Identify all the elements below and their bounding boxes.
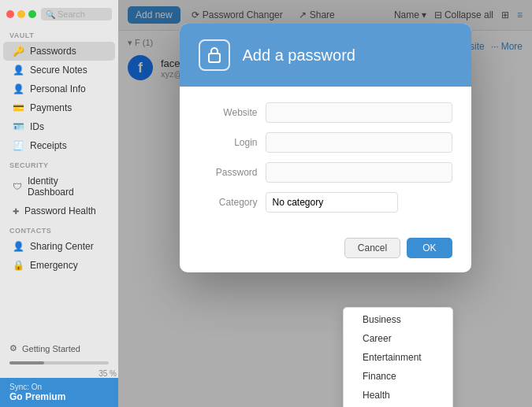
sidebar-item-label: Personal Info xyxy=(30,83,86,94)
svg-rect-0 xyxy=(209,54,220,62)
close-button[interactable] xyxy=(6,10,14,18)
sidebar-item-label: Emergency xyxy=(30,260,78,271)
maximize-button[interactable] xyxy=(28,10,36,18)
sidebar-item-label: IDs xyxy=(30,121,44,132)
progress-bar-fill xyxy=(9,361,44,364)
password-health-icon: ✚ xyxy=(13,207,19,216)
website-label: Website xyxy=(199,107,258,118)
sidebar-item-payments[interactable]: 💳 Payments xyxy=(3,98,115,117)
modal-title: Add a password xyxy=(243,46,355,65)
sidebar-item-password-health[interactable]: ✚ Password Health xyxy=(3,202,115,220)
category-dropdown: Business Career Entertainment Finance He… xyxy=(343,307,453,407)
passwords-icon: 🔑 xyxy=(13,46,24,57)
category-row: Category xyxy=(199,192,452,213)
ok-button[interactable]: OK xyxy=(407,238,452,258)
add-password-modal: Add a password Website Login Password Ca… xyxy=(180,24,471,272)
gear-icon: ⚙ xyxy=(9,343,17,353)
payments-icon: 💳 xyxy=(13,102,24,113)
emergency-icon: 🔒 xyxy=(13,260,24,271)
website-row: Website xyxy=(199,102,452,123)
security-section-label: SECURITY xyxy=(0,155,118,172)
dropdown-item-health[interactable]: Health xyxy=(344,386,452,405)
secure-notes-icon: 👤 xyxy=(13,65,24,76)
login-label: Login xyxy=(199,137,258,148)
sidebar-item-ids[interactable]: 🪪 IDs xyxy=(3,117,115,136)
search-icon: 🔍 xyxy=(46,10,55,19)
progress-bar-bg xyxy=(9,361,109,364)
sidebar-item-label: Receipts xyxy=(30,140,67,151)
sync-status: Sync: On xyxy=(9,383,109,391)
progress-label: 35 % xyxy=(0,369,118,378)
modal-body: Website Login Password Category xyxy=(180,87,471,238)
sidebar-item-emergency[interactable]: 🔒 Emergency xyxy=(3,256,115,275)
contacts-section-label: CONTACTS xyxy=(0,220,118,237)
dropdown-item-finance[interactable]: Finance xyxy=(344,367,452,386)
vault-section-label: VAULT xyxy=(0,25,118,42)
cancel-button[interactable]: Cancel xyxy=(344,238,400,258)
category-label: Category xyxy=(199,197,258,208)
sidebar-top: 🔍 Search xyxy=(0,0,118,25)
go-premium-label[interactable]: Go Premium xyxy=(9,391,109,402)
sharing-center-icon: 👤 xyxy=(13,241,24,252)
sidebar-bottom: ⚙ Getting Started 35 % Sync: On Go Premi… xyxy=(0,337,118,407)
sidebar: 🔍 Search VAULT 🔑 Passwords 👤 Secure Note… xyxy=(0,0,118,407)
search-placeholder: Search xyxy=(58,9,85,19)
dropdown-item-entertainment[interactable]: Entertainment xyxy=(344,348,452,367)
website-input[interactable] xyxy=(266,102,452,123)
modal-overlay: Add a password Website Login Password Ca… xyxy=(118,0,532,407)
lock-icon xyxy=(199,39,230,71)
sidebar-item-receipts[interactable]: 🧾 Receipts xyxy=(3,136,115,155)
sidebar-item-label: Payments xyxy=(30,102,72,113)
ids-icon: 🪪 xyxy=(13,121,24,132)
traffic-lights xyxy=(6,10,36,18)
sidebar-item-identity-dashboard[interactable]: 🛡 Identity Dashboard xyxy=(3,172,115,202)
dropdown-item-business[interactable]: Business xyxy=(344,310,452,329)
password-label: Password xyxy=(199,167,258,178)
progress-bar-wrap xyxy=(0,360,118,369)
sidebar-item-label: Identity Dashboard xyxy=(28,176,106,198)
sync-area[interactable]: Sync: On Go Premium xyxy=(0,378,118,407)
search-bar[interactable]: 🔍 Search xyxy=(41,8,112,20)
main-content: Add new ⟳ Password Changer ↗ Share Name … xyxy=(118,0,532,407)
sidebar-item-label: Passwords xyxy=(30,46,76,57)
getting-started-section: ⚙ Getting Started xyxy=(0,337,118,360)
sidebar-item-passwords[interactable]: 🔑 Passwords xyxy=(3,42,115,61)
sidebar-item-label: Secure Notes xyxy=(30,65,87,76)
receipts-icon: 🧾 xyxy=(13,140,24,151)
login-input[interactable] xyxy=(266,132,452,153)
getting-started-label: Getting Started xyxy=(22,344,80,353)
sidebar-item-sharing-center[interactable]: 👤 Sharing Center xyxy=(3,237,115,256)
password-row: Password xyxy=(199,162,452,183)
personal-info-icon: 👤 xyxy=(13,83,24,94)
identity-dashboard-icon: 🛡 xyxy=(13,181,22,192)
sidebar-item-label: Sharing Center xyxy=(30,241,94,252)
category-input[interactable] xyxy=(266,192,398,213)
password-input[interactable] xyxy=(266,162,452,183)
minimize-button[interactable] xyxy=(17,10,25,18)
sidebar-item-label: Password Health xyxy=(24,205,96,216)
sidebar-item-secure-notes[interactable]: 👤 Secure Notes xyxy=(3,61,115,80)
modal-header: Add a password xyxy=(180,24,471,87)
sidebar-item-personal-info[interactable]: 👤 Personal Info xyxy=(3,80,115,98)
login-row: Login xyxy=(199,132,452,153)
dropdown-item-career[interactable]: Career xyxy=(344,329,452,348)
modal-footer: Cancel OK xyxy=(180,238,471,272)
